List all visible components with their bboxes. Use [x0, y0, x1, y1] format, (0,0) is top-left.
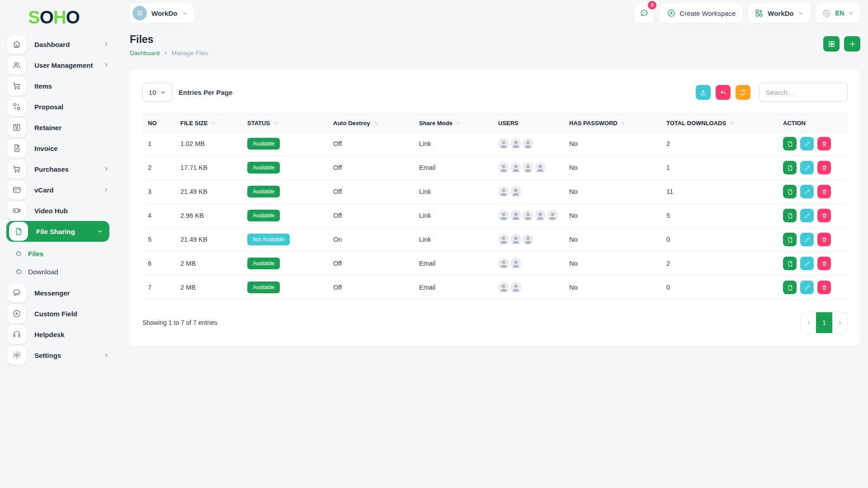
delete-file-button[interactable] [817, 257, 831, 270]
delete-file-button[interactable] [817, 137, 831, 150]
column-header-has-password[interactable]: HAS PASSWORD [564, 120, 661, 127]
sidebar-item-retainer[interactable]: Retainer [0, 117, 118, 138]
user-avatar[interactable] [510, 282, 521, 293]
view-file-button[interactable] [783, 281, 797, 294]
breadcrumb-dashboard-link[interactable]: Dashboard [130, 50, 160, 56]
user-avatar[interactable] [535, 162, 546, 173]
sidebar-item-purchases[interactable]: Purchases [0, 159, 118, 179]
status-badge: Not Available [247, 234, 290, 245]
sidebar-item-settings[interactable]: Settings [0, 345, 118, 366]
sidebar-item-items[interactable]: Items [0, 75, 118, 96]
workspace-label: WorkDo [151, 9, 177, 17]
user-avatar[interactable] [510, 234, 521, 245]
user-avatar[interactable] [547, 210, 558, 221]
sidebar-subitem-download[interactable]: Download [0, 263, 118, 281]
pagination-page-1[interactable]: 1 [816, 312, 832, 333]
view-file-button[interactable] [783, 137, 797, 150]
delete-file-button[interactable] [817, 209, 831, 222]
user-avatar[interactable] [498, 258, 509, 269]
user-avatar[interactable] [498, 186, 509, 197]
sort-icon[interactable] [729, 120, 735, 126]
add-file-button[interactable] [844, 36, 860, 52]
user-avatar[interactable] [498, 210, 509, 221]
sidebar-item-video-hub[interactable]: Video Hub [0, 200, 118, 221]
user-avatar[interactable] [510, 162, 521, 173]
sidebar-item-proposal[interactable]: Proposal [0, 96, 118, 117]
reset-button[interactable] [716, 85, 731, 100]
user-avatar[interactable] [498, 234, 509, 245]
row-actions [783, 233, 831, 246]
user-avatars [498, 162, 546, 173]
sidebar-item-invoice[interactable]: Invoice [0, 138, 118, 159]
user-avatar[interactable] [510, 138, 521, 149]
column-header-status[interactable]: STATUS [242, 120, 328, 127]
messages-button[interactable]: 0 [634, 3, 654, 23]
user-avatar[interactable] [510, 210, 521, 221]
edit-file-button[interactable] [800, 233, 814, 246]
cart-icon [7, 76, 26, 95]
edit-file-button[interactable] [800, 209, 814, 222]
workspace-switcher[interactable]: WorkDo [130, 3, 194, 23]
edit-file-button[interactable] [800, 281, 814, 294]
view-file-button[interactable] [783, 185, 797, 198]
sort-icon[interactable] [455, 120, 461, 126]
delete-file-button[interactable] [817, 161, 831, 174]
column-header-total-downloads[interactable]: TOTAL DOWNLOADS [661, 120, 778, 127]
pagination-prev-button[interactable] [801, 312, 816, 333]
user-avatar[interactable] [510, 186, 521, 197]
view-file-button[interactable] [783, 233, 797, 246]
user-avatar[interactable] [523, 162, 533, 173]
sidebar-item-user-management[interactable]: User Management [0, 55, 118, 75]
view-file-button[interactable] [783, 161, 797, 174]
sidebar-item-vcard[interactable]: vCard [0, 179, 118, 200]
user-avatar[interactable] [535, 210, 546, 221]
sidebar-item-helpdesk[interactable]: Helpdesk [0, 324, 118, 345]
chevron-down-icon [798, 10, 804, 16]
cell-has-password: No [564, 188, 661, 195]
edit-file-button[interactable] [800, 185, 814, 198]
cell-file-size: 21.49 KB [175, 236, 242, 243]
search-input[interactable] [759, 83, 848, 102]
sidebar-item-dashboard[interactable]: Dashboard [0, 34, 118, 55]
edit-file-button[interactable] [800, 257, 814, 270]
logo-letter: O [66, 7, 80, 27]
delete-file-button[interactable] [817, 185, 831, 198]
page-header-actions [823, 36, 860, 52]
sidebar-subitem-files[interactable]: Files [0, 244, 118, 263]
edit-file-button[interactable] [800, 137, 814, 150]
user-avatar[interactable] [523, 234, 533, 245]
language-switcher[interactable]: EN [816, 3, 860, 23]
column-header-share-mode[interactable]: Share Mode [414, 120, 493, 127]
sidebar-item-custom-field[interactable]: Custom Field [0, 303, 118, 324]
entries-per-page-select[interactable]: 10 [142, 83, 172, 102]
create-workspace-button[interactable]: Create Workspace [660, 3, 743, 23]
column-header-auto-destroy[interactable]: Auto Destroy [328, 120, 414, 127]
user-avatar[interactable] [498, 162, 509, 173]
edit-file-button[interactable] [800, 161, 814, 174]
refresh-button[interactable] [736, 85, 750, 100]
sort-icon[interactable] [273, 120, 278, 126]
sidebar-item-file-sharing[interactable]: File Sharing [6, 221, 109, 242]
sidebar-item-messenger[interactable]: Messenger [0, 282, 118, 303]
user-avatar[interactable] [523, 210, 533, 221]
globe-icon [822, 9, 831, 18]
cell-status: Available [242, 282, 328, 293]
view-file-button[interactable] [783, 257, 797, 270]
soho-logo[interactable]: SOHO [0, 5, 118, 34]
cell-action [778, 209, 848, 222]
grid-view-button[interactable] [823, 36, 840, 52]
sort-icon[interactable] [373, 120, 379, 126]
column-header-file-size[interactable]: FILE SIZE [175, 120, 242, 127]
delete-file-button[interactable] [817, 233, 831, 246]
view-file-button[interactable] [783, 209, 797, 222]
user-avatar[interactable] [510, 258, 521, 269]
sort-icon[interactable] [211, 120, 217, 126]
export-button[interactable] [696, 85, 711, 100]
sort-icon[interactable] [620, 120, 626, 126]
app-menu[interactable]: WorkDo [748, 3, 810, 23]
delete-file-button[interactable] [817, 281, 831, 294]
user-avatar[interactable] [523, 138, 533, 149]
pagination-next-button[interactable] [832, 312, 847, 333]
user-avatar[interactable] [498, 282, 509, 293]
user-avatar[interactable] [498, 138, 509, 149]
